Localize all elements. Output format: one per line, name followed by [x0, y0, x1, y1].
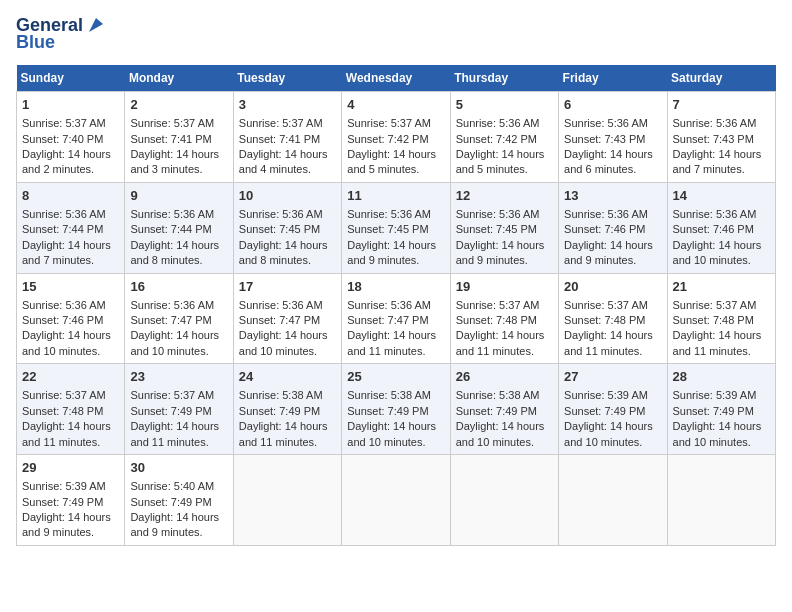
daylight: Daylight: 14 hours and 6 minutes. — [564, 148, 653, 175]
daylight: Daylight: 14 hours and 8 minutes. — [239, 239, 328, 266]
day-number: 14 — [673, 187, 770, 205]
day-number: 16 — [130, 278, 227, 296]
sunrise: Sunrise: 5:36 AM — [239, 208, 323, 220]
calendar-week-row: 8Sunrise: 5:36 AMSunset: 7:44 PMDaylight… — [17, 182, 776, 273]
daylight: Daylight: 14 hours and 11 minutes. — [22, 420, 111, 447]
svg-marker-0 — [89, 18, 103, 32]
weekday-header-row: SundayMondayTuesdayWednesdayThursdayFrid… — [17, 65, 776, 92]
sunrise: Sunrise: 5:36 AM — [347, 208, 431, 220]
day-number: 26 — [456, 368, 553, 386]
sunrise: Sunrise: 5:36 AM — [22, 299, 106, 311]
calendar-cell: 6Sunrise: 5:36 AMSunset: 7:43 PMDaylight… — [559, 92, 667, 183]
day-number: 23 — [130, 368, 227, 386]
day-number: 9 — [130, 187, 227, 205]
sunrise: Sunrise: 5:36 AM — [347, 299, 431, 311]
daylight: Daylight: 14 hours and 10 minutes. — [673, 420, 762, 447]
day-number: 1 — [22, 96, 119, 114]
sunset: Sunset: 7:46 PM — [564, 223, 645, 235]
calendar-week-row: 1Sunrise: 5:37 AMSunset: 7:40 PMDaylight… — [17, 92, 776, 183]
sunset: Sunset: 7:42 PM — [347, 133, 428, 145]
sunrise: Sunrise: 5:37 AM — [130, 117, 214, 129]
calendar-cell: 1Sunrise: 5:37 AMSunset: 7:40 PMDaylight… — [17, 92, 125, 183]
sunrise: Sunrise: 5:38 AM — [239, 389, 323, 401]
sunrise: Sunrise: 5:40 AM — [130, 480, 214, 492]
sunrise: Sunrise: 5:37 AM — [456, 299, 540, 311]
weekday-header: Sunday — [17, 65, 125, 92]
calendar-cell: 16Sunrise: 5:36 AMSunset: 7:47 PMDayligh… — [125, 273, 233, 364]
sunset: Sunset: 7:45 PM — [347, 223, 428, 235]
weekday-header: Monday — [125, 65, 233, 92]
sunset: Sunset: 7:40 PM — [22, 133, 103, 145]
daylight: Daylight: 14 hours and 9 minutes. — [22, 511, 111, 538]
day-number: 7 — [673, 96, 770, 114]
daylight: Daylight: 14 hours and 9 minutes. — [456, 239, 545, 266]
day-number: 28 — [673, 368, 770, 386]
day-number: 4 — [347, 96, 444, 114]
sunset: Sunset: 7:45 PM — [456, 223, 537, 235]
sunrise: Sunrise: 5:37 AM — [130, 389, 214, 401]
sunset: Sunset: 7:44 PM — [22, 223, 103, 235]
daylight: Daylight: 14 hours and 11 minutes. — [130, 420, 219, 447]
sunrise: Sunrise: 5:37 AM — [22, 389, 106, 401]
calendar-cell: 11Sunrise: 5:36 AMSunset: 7:45 PMDayligh… — [342, 182, 450, 273]
calendar-cell: 23Sunrise: 5:37 AMSunset: 7:49 PMDayligh… — [125, 364, 233, 455]
calendar-cell: 12Sunrise: 5:36 AMSunset: 7:45 PMDayligh… — [450, 182, 558, 273]
calendar-cell: 13Sunrise: 5:36 AMSunset: 7:46 PMDayligh… — [559, 182, 667, 273]
sunset: Sunset: 7:43 PM — [673, 133, 754, 145]
sunrise: Sunrise: 5:36 AM — [673, 117, 757, 129]
sunrise: Sunrise: 5:36 AM — [564, 208, 648, 220]
calendar-cell: 9Sunrise: 5:36 AMSunset: 7:44 PMDaylight… — [125, 182, 233, 273]
sunrise: Sunrise: 5:38 AM — [347, 389, 431, 401]
daylight: Daylight: 14 hours and 9 minutes. — [130, 511, 219, 538]
daylight: Daylight: 14 hours and 10 minutes. — [673, 239, 762, 266]
calendar-cell: 21Sunrise: 5:37 AMSunset: 7:48 PMDayligh… — [667, 273, 775, 364]
sunset: Sunset: 7:46 PM — [673, 223, 754, 235]
daylight: Daylight: 14 hours and 4 minutes. — [239, 148, 328, 175]
daylight: Daylight: 14 hours and 10 minutes. — [22, 329, 111, 356]
sunrise: Sunrise: 5:36 AM — [130, 299, 214, 311]
day-number: 8 — [22, 187, 119, 205]
sunset: Sunset: 7:44 PM — [130, 223, 211, 235]
calendar-cell: 22Sunrise: 5:37 AMSunset: 7:48 PMDayligh… — [17, 364, 125, 455]
weekday-header: Saturday — [667, 65, 775, 92]
calendar-cell: 8Sunrise: 5:36 AMSunset: 7:44 PMDaylight… — [17, 182, 125, 273]
sunset: Sunset: 7:49 PM — [673, 405, 754, 417]
calendar-cell: 24Sunrise: 5:38 AMSunset: 7:49 PMDayligh… — [233, 364, 341, 455]
calendar-cell: 25Sunrise: 5:38 AMSunset: 7:49 PMDayligh… — [342, 364, 450, 455]
sunrise: Sunrise: 5:36 AM — [239, 299, 323, 311]
day-number: 6 — [564, 96, 661, 114]
daylight: Daylight: 14 hours and 8 minutes. — [130, 239, 219, 266]
calendar-cell: 29Sunrise: 5:39 AMSunset: 7:49 PMDayligh… — [17, 455, 125, 546]
sunset: Sunset: 7:49 PM — [22, 496, 103, 508]
sunset: Sunset: 7:43 PM — [564, 133, 645, 145]
day-number: 13 — [564, 187, 661, 205]
day-number: 12 — [456, 187, 553, 205]
sunset: Sunset: 7:45 PM — [239, 223, 320, 235]
sunrise: Sunrise: 5:36 AM — [456, 117, 540, 129]
sunrise: Sunrise: 5:36 AM — [456, 208, 540, 220]
calendar-cell: 19Sunrise: 5:37 AMSunset: 7:48 PMDayligh… — [450, 273, 558, 364]
day-number: 19 — [456, 278, 553, 296]
calendar-cell: 20Sunrise: 5:37 AMSunset: 7:48 PMDayligh… — [559, 273, 667, 364]
calendar-cell: 7Sunrise: 5:36 AMSunset: 7:43 PMDaylight… — [667, 92, 775, 183]
sunrise: Sunrise: 5:36 AM — [673, 208, 757, 220]
day-number: 10 — [239, 187, 336, 205]
daylight: Daylight: 14 hours and 10 minutes. — [239, 329, 328, 356]
sunrise: Sunrise: 5:36 AM — [22, 208, 106, 220]
day-number: 2 — [130, 96, 227, 114]
calendar-week-row: 22Sunrise: 5:37 AMSunset: 7:48 PMDayligh… — [17, 364, 776, 455]
calendar-cell: 2Sunrise: 5:37 AMSunset: 7:41 PMDaylight… — [125, 92, 233, 183]
daylight: Daylight: 14 hours and 10 minutes. — [564, 420, 653, 447]
weekday-header: Wednesday — [342, 65, 450, 92]
calendar-cell — [559, 455, 667, 546]
calendar-cell: 14Sunrise: 5:36 AMSunset: 7:46 PMDayligh… — [667, 182, 775, 273]
calendar-cell: 17Sunrise: 5:36 AMSunset: 7:47 PMDayligh… — [233, 273, 341, 364]
day-number: 11 — [347, 187, 444, 205]
sunrise: Sunrise: 5:37 AM — [673, 299, 757, 311]
sunset: Sunset: 7:48 PM — [564, 314, 645, 326]
calendar-cell — [450, 455, 558, 546]
day-number: 22 — [22, 368, 119, 386]
calendar-cell: 10Sunrise: 5:36 AMSunset: 7:45 PMDayligh… — [233, 182, 341, 273]
daylight: Daylight: 14 hours and 10 minutes. — [347, 420, 436, 447]
sunset: Sunset: 7:46 PM — [22, 314, 103, 326]
